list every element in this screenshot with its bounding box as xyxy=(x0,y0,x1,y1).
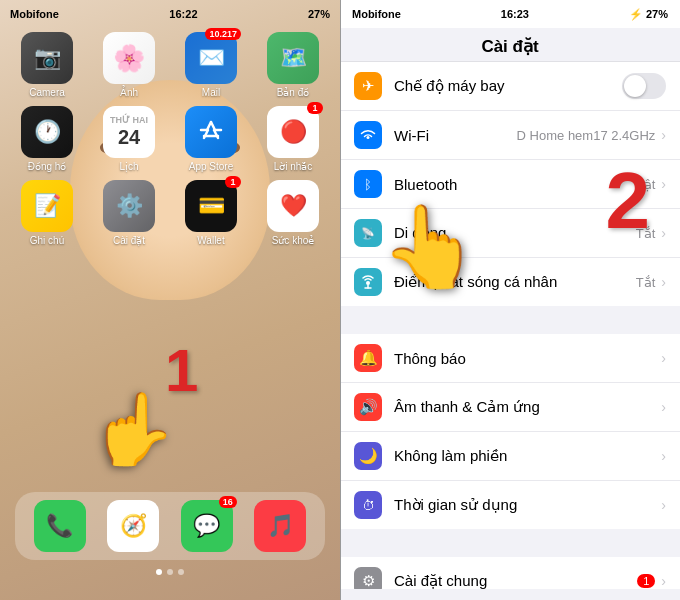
clock-label: Đồng hồ xyxy=(28,161,67,172)
row-dnd[interactable]: 🌙 Không làm phiền › xyxy=(340,432,680,481)
dock-safari[interactable]: 🧭 xyxy=(107,500,159,552)
airplane-label: Chế độ máy bay xyxy=(394,77,622,95)
screentime-icon: ⏱ xyxy=(354,491,382,519)
safari-icon: 🧭 xyxy=(107,500,159,552)
general-chevron: › xyxy=(661,573,666,589)
general-icon: ⚙ xyxy=(354,567,382,589)
general-badge: 1 xyxy=(637,574,655,588)
photos-icon: 🌸 xyxy=(103,32,155,84)
wifi-chevron: › xyxy=(661,127,666,143)
wifi-value: D Home hem17 2.4GHz xyxy=(517,128,656,143)
dock-messages[interactable]: 💬 16 xyxy=(181,500,233,552)
row-notifications[interactable]: 🔔 Thông báo › xyxy=(340,334,680,383)
app-clock[interactable]: 🕐 Đồng hồ xyxy=(10,106,84,172)
appstore-label: App Store xyxy=(189,161,233,172)
app-reminders[interactable]: 🔴 1 Lời nhắc xyxy=(256,106,330,172)
calendar-icon: THỨ HAI 24 xyxy=(103,106,155,158)
notes-label: Ghi chú xyxy=(30,235,64,246)
status-bar-right: Mobifone 16:23 ⚡ 27% xyxy=(340,0,680,28)
dot-3 xyxy=(178,569,184,575)
app-appstore[interactable]: App Store xyxy=(174,106,248,172)
battery-right: ⚡ 27% xyxy=(629,8,668,21)
general-label: Cài đặt chung xyxy=(394,572,637,589)
reminders-label: Lời nhắc xyxy=(274,161,313,172)
app-health[interactable]: ❤️ Sức khoẻ xyxy=(256,180,330,246)
section-gap-2 xyxy=(340,529,680,557)
maps-label: Bản đồ xyxy=(277,87,310,98)
app-maps[interactable]: 🗺️ Bản đồ xyxy=(256,32,330,98)
clock-icon: 🕐 xyxy=(21,106,73,158)
step-number-2: 2 xyxy=(606,155,651,247)
health-label: Sức khoẻ xyxy=(272,235,315,246)
hotspot-icon xyxy=(354,268,382,296)
notifications-icon: 🔔 xyxy=(354,344,382,372)
app-grid: 📷 Camera 🌸 Ảnh ✉️ 10.217 Mail 🗺️ Bản đồ … xyxy=(10,32,330,246)
camera-icon: 📷 xyxy=(21,32,73,84)
screentime-chevron: › xyxy=(661,497,666,513)
section-gap-1 xyxy=(340,306,680,334)
maps-icon: 🗺️ xyxy=(267,32,319,84)
notifications-label: Thông báo xyxy=(394,350,661,367)
music-icon: 🎵 xyxy=(254,500,306,552)
mail-label: Mail xyxy=(202,87,220,98)
app-settings[interactable]: ⚙️ Cài đặt xyxy=(92,180,166,246)
wallet-badge: 1 xyxy=(225,176,241,188)
phone-icon: 📞 xyxy=(34,500,86,552)
mail-badge: 10.217 xyxy=(205,28,241,40)
row-airplane[interactable]: ✈ Chế độ máy bay xyxy=(340,62,680,111)
right-panel: Mobifone 16:23 ⚡ 27% Cài đặt ✈ Chế độ má… xyxy=(340,0,680,600)
airplane-icon: ✈ xyxy=(354,72,382,100)
sound-label: Âm thanh & Cảm ứng xyxy=(394,398,661,416)
messages-icon: 💬 16 xyxy=(181,500,233,552)
panel-divider xyxy=(340,0,341,600)
hand-cursor-1: 👆 xyxy=(90,388,177,470)
step-number-1: 1 xyxy=(165,336,198,405)
app-calendar[interactable]: THỨ HAI 24 Lịch xyxy=(92,106,166,172)
dot-1 xyxy=(156,569,162,575)
row-general[interactable]: ⚙ Cài đặt chung 1 › xyxy=(340,557,680,589)
nav-header: Cài đặt xyxy=(340,28,680,62)
page-title: Cài đặt xyxy=(356,36,664,57)
photos-label: Ảnh xyxy=(120,87,138,98)
settings-icon: ⚙️ xyxy=(103,180,155,232)
reminders-icon: 🔴 1 xyxy=(267,106,319,158)
carrier-right: Mobifone xyxy=(352,8,401,20)
app-notes[interactable]: 📝 Ghi chú xyxy=(10,180,84,246)
row-sound[interactable]: 🔊 Âm thanh & Cảm ứng › xyxy=(340,383,680,432)
toggle-knob xyxy=(624,75,646,97)
appstore-icon xyxy=(185,106,237,158)
hand-cursor-2: 👆 xyxy=(380,200,480,294)
bluetooth-chevron: › xyxy=(661,176,666,192)
cellular-icon: 📡 xyxy=(354,219,382,247)
airplane-toggle[interactable] xyxy=(622,73,666,99)
wifi-icon xyxy=(354,121,382,149)
hotspot-value: Tắt xyxy=(636,275,656,290)
notifications-chevron: › xyxy=(661,350,666,366)
app-photos[interactable]: 🌸 Ảnh xyxy=(92,32,166,98)
status-bar-left: Mobifone 16:22 27% xyxy=(0,0,340,28)
app-wallet[interactable]: 💳 1 Wallet xyxy=(174,180,248,246)
dock-phone[interactable]: 📞 xyxy=(34,500,86,552)
camera-label: Camera xyxy=(29,87,65,98)
page-dots xyxy=(0,569,340,575)
row-screentime[interactable]: ⏱ Thời gian sử dụng › xyxy=(340,481,680,529)
time-left: 16:22 xyxy=(169,8,197,20)
settings-label: Cài đặt xyxy=(113,235,145,246)
dnd-icon: 🌙 xyxy=(354,442,382,470)
row-wifi[interactable]: Wi-Fi D Home hem17 2.4GHz › xyxy=(340,111,680,160)
reminders-badge: 1 xyxy=(307,102,323,114)
screentime-label: Thời gian sử dụng xyxy=(394,496,661,514)
dock-music[interactable]: 🎵 xyxy=(254,500,306,552)
dnd-chevron: › xyxy=(661,448,666,464)
settings-section-3: ⚙ Cài đặt chung 1 › ▦ Trung tâm điều khi… xyxy=(340,557,680,589)
app-mail[interactable]: ✉️ 10.217 Mail xyxy=(174,32,248,98)
dnd-label: Không làm phiền xyxy=(394,447,661,465)
left-panel: Mobifone 16:22 27% 📷 Camera 🌸 Ảnh ✉️ 10.… xyxy=(0,0,340,600)
bluetooth-label: Bluetooth xyxy=(394,176,635,193)
calendar-label: Lịch xyxy=(119,161,138,172)
app-camera[interactable]: 📷 Camera xyxy=(10,32,84,98)
bluetooth-icon: ᛒ xyxy=(354,170,382,198)
notes-icon: 📝 xyxy=(21,180,73,232)
wallet-icon: 💳 1 xyxy=(185,180,237,232)
messages-badge: 16 xyxy=(219,496,237,508)
